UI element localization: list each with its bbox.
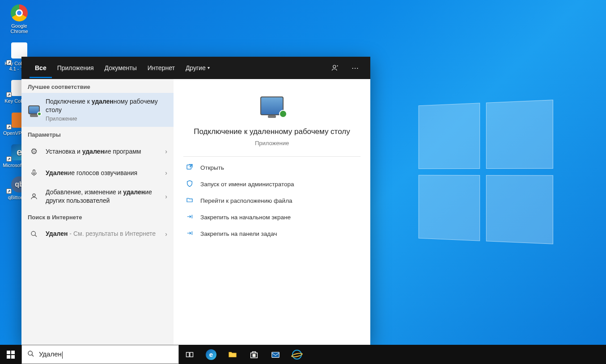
windows-logo-icon	[7, 351, 15, 359]
desktop-icon-label: Google Chrome	[3, 23, 36, 34]
desktop: Google Chrome ↗ Key Collector 4.1 - Test…	[0, 0, 606, 364]
result-remove-voices[interactable]: Удаление голосов озвучивания ›	[21, 162, 174, 184]
chevron-down-icon: ▾	[208, 65, 210, 70]
search-icon	[27, 350, 34, 359]
svg-rect-7	[190, 352, 193, 357]
more-options-icon[interactable]: ⋯	[348, 61, 362, 75]
shortcut-arrow-icon: ↗	[6, 124, 12, 130]
tab-more[interactable]: Другие ▾	[180, 58, 215, 78]
result-rdp[interactable]: Подключение к удаленному рабочему столу …	[21, 93, 174, 127]
svg-rect-12	[272, 352, 280, 357]
section-web: Поиск в Интернете	[21, 209, 174, 223]
shortcut-arrow-icon: ↗	[6, 60, 12, 65]
action-label: Закрепить на начальном экране	[200, 214, 291, 221]
microphone-icon	[28, 167, 40, 179]
action-pin-start[interactable]: Закрепить на начальном экране	[183, 209, 360, 226]
shortcut-arrow-icon: ↗	[6, 156, 12, 162]
start-button[interactable]	[0, 345, 21, 364]
chevron-right-icon: ›	[165, 148, 167, 155]
text-cursor	[62, 351, 63, 359]
search-icon	[28, 228, 40, 240]
search-tabs: Все Приложения Документы Интернет Другие…	[21, 57, 370, 79]
svg-point-2	[33, 194, 35, 197]
action-label: Запуск от имени администратора	[200, 181, 294, 188]
svg-rect-4	[187, 165, 191, 169]
svg-point-0	[333, 65, 336, 68]
svg-rect-6	[186, 352, 190, 357]
tab-internet[interactable]: Интернет	[142, 58, 180, 78]
shield-icon	[185, 180, 194, 188]
feedback-icon[interactable]	[328, 61, 343, 75]
tab-all[interactable]: Все	[30, 58, 52, 78]
tab-apps[interactable]: Приложения	[52, 58, 99, 78]
search-results-pane: Лучшее соответствие Подключение к удален…	[21, 79, 174, 345]
svg-rect-1	[33, 170, 35, 173]
chevron-right-icon: ›	[165, 169, 167, 176]
action-label: Перейти к расположению файла	[200, 197, 292, 204]
section-settings: Параметры	[21, 127, 174, 141]
action-run-admin[interactable]: Запуск от имени администратора	[183, 176, 360, 192]
taskbar-search-box[interactable]: Удален	[21, 345, 179, 364]
taskbar: Удален e	[0, 345, 606, 364]
chevron-right-icon: ›	[165, 230, 167, 238]
chevron-right-icon: ›	[165, 193, 167, 200]
svg-rect-11	[254, 356, 255, 356]
svg-rect-10	[253, 356, 254, 356]
taskbar-file-explorer[interactable]	[222, 345, 243, 364]
svg-point-3	[31, 231, 35, 235]
preview-title: Подключение к удаленному рабочему столу	[183, 126, 360, 137]
pin-taskbar-icon	[185, 230, 194, 238]
taskbar-task-view[interactable]	[179, 345, 200, 364]
wallpaper-windows-logo	[419, 100, 553, 244]
result-uninstall-programs[interactable]: ⚙ Установка и удаление программ ›	[21, 141, 174, 162]
taskbar-icons: e	[179, 345, 308, 364]
pin-icon	[185, 213, 194, 222]
section-best-match: Лучшее соответствие	[21, 79, 174, 93]
rdp-icon	[28, 104, 40, 116]
result-manage-users[interactable]: Добавление, изменение и удаление других …	[21, 184, 174, 209]
action-label: Открыть	[200, 164, 224, 171]
user-icon	[28, 190, 40, 203]
separator	[183, 156, 360, 157]
tab-more-label: Другие	[186, 64, 206, 71]
svg-rect-8	[253, 354, 254, 355]
search-input-value: Удален	[39, 350, 62, 358]
folder-icon	[185, 197, 194, 205]
result-web-search[interactable]: Удален - См. результаты в Интернете ›	[21, 223, 174, 245]
svg-point-5	[28, 351, 32, 355]
open-icon	[185, 163, 194, 172]
preview-app-icon	[256, 92, 288, 119]
preview-subtitle: Приложение	[183, 140, 360, 146]
action-pin-taskbar[interactable]: Закрепить на панели задач	[183, 226, 360, 242]
action-open[interactable]: Открыть	[183, 159, 360, 176]
action-label: Закрепить на панели задач	[200, 230, 277, 237]
tab-docs[interactable]: Документы	[99, 58, 142, 78]
result-subtitle: Приложение	[46, 115, 167, 122]
search-flyout: Все Приложения Документы Интернет Другие…	[21, 57, 370, 345]
taskbar-mail[interactable]	[265, 345, 286, 364]
action-file-location[interactable]: Перейти к расположению файла	[183, 192, 360, 209]
gear-icon: ⚙	[28, 145, 40, 158]
search-preview-pane: Подключение к удаленному рабочему столу …	[174, 79, 370, 345]
shortcut-arrow-icon: ↗	[6, 92, 12, 97]
shortcut-arrow-icon: ↗	[6, 188, 12, 194]
taskbar-store[interactable]	[243, 345, 265, 364]
taskbar-ie[interactable]	[286, 345, 308, 364]
svg-rect-9	[254, 354, 255, 355]
desktop-icon-chrome[interactable]: Google Chrome	[3, 4, 36, 34]
taskbar-edge[interactable]: e	[200, 345, 222, 364]
